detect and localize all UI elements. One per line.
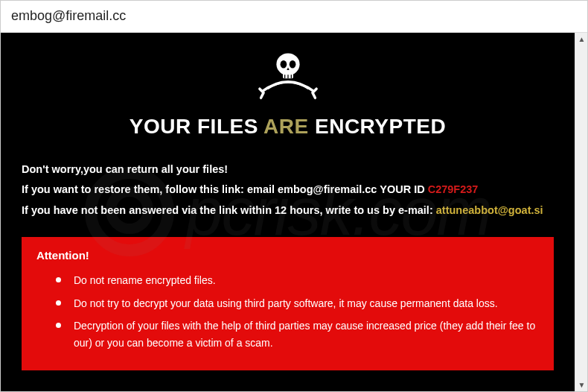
fallback-pre: If you have not been answered via the li… xyxy=(22,204,436,216)
your-id-label: YOUR ID xyxy=(377,183,427,195)
skull-and-swords-icon xyxy=(255,46,322,107)
scroll-down-button[interactable]: ▼ xyxy=(575,379,588,391)
scroll-up-button[interactable]: ▲ xyxy=(575,33,588,45)
intro-line: Don't worry,you can return all your file… xyxy=(22,159,554,180)
ransom-note-panel: pcrisk.com xyxy=(1,33,575,391)
attention-box: Attention! Do not rename encrypted files… xyxy=(22,237,554,370)
content-area: pcrisk.com xyxy=(1,33,587,391)
list-item: Decryption of your files with the help o… xyxy=(60,314,539,354)
svg-point-0 xyxy=(276,53,299,75)
heading-part2: ENCRYPTED xyxy=(309,115,446,138)
svg-point-3 xyxy=(289,60,295,68)
fallback-line: If you have not been answered via the li… xyxy=(22,200,554,221)
window-titlebar[interactable]: embog@firemail.cc xyxy=(1,1,587,33)
chevron-down-icon: ▼ xyxy=(578,381,586,389)
secondary-email: attuneabbot@goat.si xyxy=(436,204,543,216)
restore-pre: If you want to restore them, follow this… xyxy=(22,183,247,195)
svg-point-2 xyxy=(280,60,287,68)
window-title: embog@firemail.cc xyxy=(11,8,126,24)
list-item: Do not try to decrypt your data using th… xyxy=(60,292,539,314)
attention-list: Do not rename encrypted files. Do not tr… xyxy=(36,269,539,354)
user-id: C279F237 xyxy=(428,183,479,195)
heading-part1: YOUR FILES xyxy=(130,115,263,138)
chevron-up-icon: ▲ xyxy=(578,35,586,43)
skull-row xyxy=(22,46,554,107)
body-text: Don't worry,you can return all your file… xyxy=(22,159,554,221)
window-frame: embog@firemail.cc pcrisk.com xyxy=(0,0,588,392)
vertical-scrollbar[interactable]: ▲ ▼ xyxy=(575,33,587,391)
email-label: email xyxy=(247,183,278,195)
primary-email: embog@firemail.cc xyxy=(278,183,377,195)
restore-line: If you want to restore them, follow this… xyxy=(22,180,554,200)
attention-title: Attention! xyxy=(36,249,539,262)
heading-accent: ARE xyxy=(263,115,309,138)
list-item: Do not rename encrypted files. xyxy=(60,269,539,291)
main-heading: YOUR FILES ARE ENCRYPTED xyxy=(22,115,554,139)
